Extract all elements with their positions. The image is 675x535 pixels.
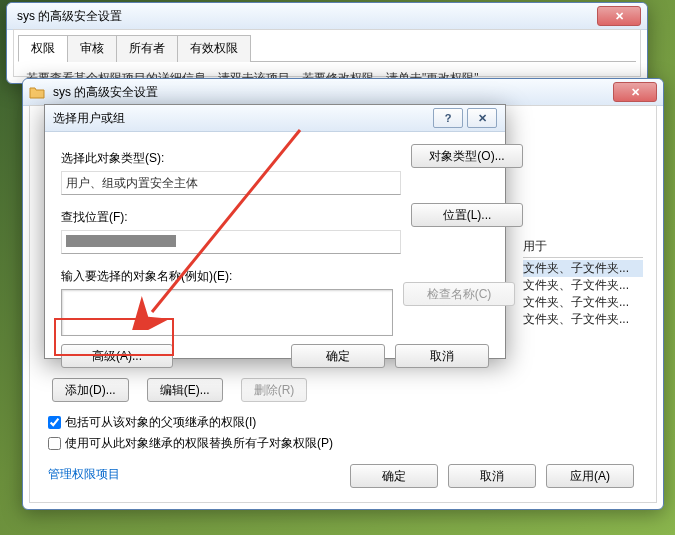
ok-button[interactable]: 确定 <box>350 464 438 488</box>
dialog-body: 选择此对象类型(S): 用户、组或内置安全主体 对象类型(O)... 查找位置(… <box>45 132 505 380</box>
location-label: 查找位置(F): <box>61 209 401 226</box>
replace-label: 使用可从此对象继承的权限替换所有子对象权限(P) <box>65 435 333 452</box>
mid-buttons: 添加(D)... 编辑(E)... 删除(R) <box>52 378 638 402</box>
window1-inner: 权限 审核 所有者 有效权限 若要查看某个权限项目的详细信息，请双击该项目。若要… <box>13 29 641 77</box>
applies-to-column: 用于 文件夹、子文件夹... 文件夹、子文件夹... 文件夹、子文件夹... 文… <box>523 238 643 328</box>
list-item[interactable]: 文件夹、子文件夹... <box>523 294 643 311</box>
object-name-label-text: 输入要选择的对象名称(例如)(E): <box>61 269 232 283</box>
parent-window-1: sys 的高级安全设置 ✕ 权限 审核 所有者 有效权限 若要查看某个权限项目的… <box>6 2 648 84</box>
inherit-checkbox[interactable] <box>48 416 61 429</box>
manage-link[interactable]: 管理权限项目 <box>48 467 120 481</box>
footer-buttons: 确定 取消 应用(A) <box>350 464 634 488</box>
help-icon[interactable]: ? <box>433 108 463 128</box>
titlebar-2: sys 的高级安全设置 ✕ <box>23 79 663 106</box>
inherit-label: 包括可从该对象的父项继承的权限(I) <box>65 414 256 431</box>
edit-button[interactable]: 编辑(E)... <box>147 378 223 402</box>
select-user-dialog: 选择用户或组 ? ✕ 选择此对象类型(S): 用户、组或内置安全主体 对象类型(… <box>44 104 506 359</box>
titlebar-1: sys 的高级安全设置 ✕ <box>7 3 647 30</box>
close-icon[interactable]: ✕ <box>613 82 657 102</box>
check-names-button[interactable]: 检查名称(C) <box>403 282 515 306</box>
tab-owner[interactable]: 所有者 <box>116 35 178 62</box>
tab-audit[interactable]: 审核 <box>67 35 117 62</box>
location-field <box>61 230 401 254</box>
window-title-1: sys 的高级安全设置 <box>13 8 597 25</box>
object-type-field: 用户、组或内置安全主体 <box>61 171 401 195</box>
locations-button[interactable]: 位置(L)... <box>411 203 523 227</box>
object-types-button[interactable]: 对象类型(O)... <box>411 144 523 168</box>
close-icon[interactable]: ✕ <box>467 108 497 128</box>
list-item[interactable]: 文件夹、子文件夹... <box>523 277 643 294</box>
object-type-label: 选择此对象类型(S): <box>61 150 401 167</box>
close-icon[interactable]: ✕ <box>597 6 641 26</box>
folder-icon <box>29 85 45 99</box>
redacted-text <box>66 235 176 247</box>
column-header: 用于 <box>523 238 643 258</box>
cancel-button[interactable]: 取消 <box>448 464 536 488</box>
object-name-label: 输入要选择的对象名称(例如)(E): <box>61 268 393 285</box>
list-item[interactable]: 文件夹、子文件夹... <box>523 311 643 328</box>
remove-button[interactable]: 删除(R) <box>241 378 308 402</box>
add-button[interactable]: 添加(D)... <box>52 378 129 402</box>
dialog-cancel-button[interactable]: 取消 <box>395 344 489 368</box>
advanced-button[interactable]: 高级(A)... <box>61 344 173 368</box>
tab-permissions[interactable]: 权限 <box>18 35 68 62</box>
list-item[interactable]: 文件夹、子文件夹... <box>523 260 643 277</box>
apply-button[interactable]: 应用(A) <box>546 464 634 488</box>
replace-check-row: 使用可从此对象继承的权限替换所有子对象权限(P) <box>48 435 638 452</box>
window-title-2: sys 的高级安全设置 <box>49 84 613 101</box>
tab-effective[interactable]: 有效权限 <box>177 35 251 62</box>
dialog-ok-button[interactable]: 确定 <box>291 344 385 368</box>
tabs: 权限 审核 所有者 有效权限 <box>18 34 636 62</box>
replace-checkbox[interactable] <box>48 437 61 450</box>
dialog-titlebar: 选择用户或组 ? ✕ <box>45 105 505 132</box>
dialog-title: 选择用户或组 <box>53 110 429 127</box>
object-name-input[interactable] <box>61 289 393 336</box>
inherit-check-row: 包括可从该对象的父项继承的权限(I) <box>48 414 638 431</box>
